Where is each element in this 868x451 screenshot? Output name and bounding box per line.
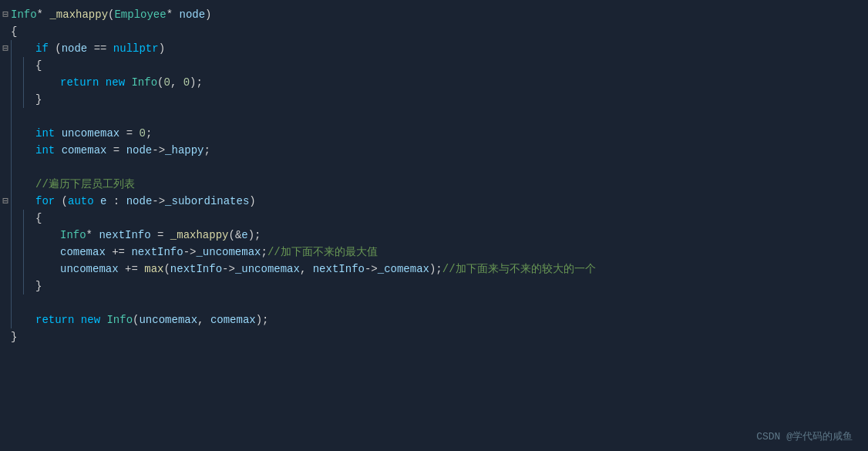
- line-content-8: int uncomemax = 0;: [23, 125, 860, 142]
- line-content-11: //遍历下层员工列表: [23, 176, 860, 193]
- fold-btn-12[interactable]: ⊟: [0, 193, 11, 210]
- line-content-12: for (auto e : node->_subordinates): [23, 193, 860, 210]
- code-line-19: return new Info(uncomemax, comemax);: [0, 311, 868, 328]
- code-line-6: }: [0, 91, 868, 108]
- code-line-16: uncomemax += max(nextInfo->_uncomemax, n…: [0, 261, 868, 278]
- code-line-11: //遍历下层员工列表: [0, 176, 868, 193]
- code-line-20: }: [0, 328, 868, 345]
- fold-btn-3[interactable]: ⊟: [0, 40, 11, 57]
- line-content-13: {: [35, 210, 860, 227]
- line-content-10: [23, 159, 860, 176]
- code-line-8: int uncomemax = 0;: [0, 125, 868, 142]
- code-line-2: {: [0, 23, 868, 40]
- watermark: CSDN @学代码的咸鱼: [756, 429, 853, 443]
- code-line-4: {: [0, 57, 868, 74]
- line-content-18: [23, 294, 860, 311]
- line-content-9: int comemax = node->_happy;: [23, 142, 860, 159]
- line-content-1: Info* _maxhappy(Employee* node): [11, 6, 860, 23]
- code-line-10: [0, 159, 868, 176]
- line-content-6: }: [35, 91, 860, 108]
- code-editor: ⊟ Info* _maxhappy(Employee* node) { ⊟ if…: [0, 0, 868, 451]
- code-line-7: [0, 108, 868, 125]
- code-line-12: ⊟ for (auto e : node->_subordinates): [0, 193, 868, 210]
- code-line-5: return new Info(0, 0);: [0, 74, 868, 91]
- line-content-5: return new Info(0, 0);: [35, 74, 860, 91]
- line-content-7: [23, 108, 860, 125]
- code-line-13: {: [0, 210, 868, 227]
- line-content-14: Info* nextInfo = _maxhappy(&e);: [35, 227, 860, 244]
- code-line-1: ⊟ Info* _maxhappy(Employee* node): [0, 6, 868, 23]
- code-line-3: ⊟ if (node == nullptr): [0, 40, 868, 57]
- line-content-2: {: [11, 23, 860, 40]
- line-content-4: {: [35, 57, 860, 74]
- line-content-16: uncomemax += max(nextInfo->_uncomemax, n…: [35, 261, 860, 278]
- code-line-17: }: [0, 278, 868, 294]
- line-content-17: }: [35, 278, 860, 294]
- line-content-20: }: [11, 328, 860, 345]
- code-line-9: int comemax = node->_happy;: [0, 142, 868, 159]
- fold-btn-1[interactable]: ⊟: [0, 6, 11, 23]
- code-line-15: comemax += nextInfo->_uncomemax;//加下面不来的…: [0, 244, 868, 261]
- code-line-14: Info* nextInfo = _maxhappy(&e);: [0, 227, 868, 244]
- line-content-19: return new Info(uncomemax, comemax);: [23, 311, 860, 328]
- line-content-3: if (node == nullptr): [23, 40, 860, 57]
- code-line-18: [0, 294, 868, 311]
- line-content-15: comemax += nextInfo->_uncomemax;//加下面不来的…: [35, 244, 860, 261]
